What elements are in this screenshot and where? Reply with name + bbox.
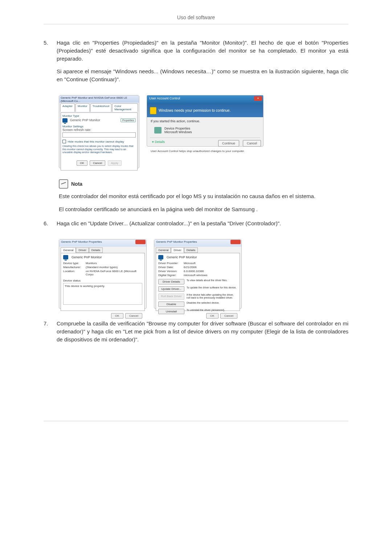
uac-dialog: User Account Control × Windows needs you… [147, 95, 264, 147]
update-driver-button[interactable]: Update Driver... [158, 286, 184, 292]
note-p1: Este controlador del monitor está certif… [59, 192, 348, 200]
step-5: 5. Haga clic en "Properties (Propiedades… [44, 39, 348, 89]
refresh-rate-dropdown[interactable] [62, 132, 136, 138]
screenshots-row-2: Generic PnP Monitor Properties General D… [59, 239, 348, 309]
rollback-driver-button: Roll Back Driver [158, 294, 184, 300]
note-icon [59, 179, 68, 189]
v-manufacturer: (Standard monitor types) [86, 266, 142, 269]
refresh-rate-label: Screen refresh rate: [62, 128, 136, 132]
shot3-title: Generic PnP Monitor Properties [61, 240, 102, 243]
tab-driver[interactable]: Driver [171, 247, 184, 253]
hide-modes-checkbox[interactable] [62, 140, 66, 143]
monitor-icon [158, 255, 163, 259]
cancel-button[interactable]: Cancel [125, 313, 142, 319]
k-device-type: Device type: [63, 262, 86, 265]
cancel-button[interactable]: Cancel [220, 313, 237, 319]
k-driver-version: Driver Version: [158, 270, 184, 273]
monitor-icon [62, 118, 68, 123]
ok-button[interactable]: OK [77, 160, 87, 166]
uac-banner-text: Windows needs your permission to continu… [159, 108, 230, 112]
k-manufacturer: Manufacturer: [63, 266, 86, 269]
k-location: Location: [63, 270, 86, 276]
tab-troubleshoot[interactable]: Troubleshoot [90, 103, 111, 112]
step-7-number: 7. [44, 320, 57, 348]
device-status-box: This device is working properly. [63, 283, 142, 305]
pnp-properties-general: Generic PnP Monitor Properties General D… [59, 239, 147, 309]
close-icon[interactable]: × [254, 96, 262, 101]
ok-button[interactable]: OK [111, 313, 123, 319]
close-icon[interactable] [230, 240, 241, 244]
note-label: Nota [71, 181, 82, 187]
shot4-device-name: Generic PnP Monitor [167, 255, 197, 259]
tab-general[interactable]: General [61, 247, 76, 253]
step-5-body: Haga clic en "Properties (Propiedades)" … [57, 39, 348, 89]
note-block: Nota Este controlador del monitor está c… [59, 179, 348, 213]
uac-titlebar: User Account Control × [147, 95, 263, 104]
rollback-driver-desc: If the device fails after updating the d… [187, 294, 237, 300]
k-driver-date: Driver Date: [158, 266, 184, 269]
page-header: Uso del software [44, 15, 348, 24]
pnp-properties-driver: Generic PnP Monitor Properties General D… [154, 239, 242, 309]
note-p2: El controlador certificado se anunciará … [59, 205, 348, 213]
cancel-button[interactable]: Cancel [90, 160, 105, 166]
step-6-p1: Haga clic en "Update Driver... (Actualiz… [57, 219, 348, 227]
monitor-icon [63, 255, 68, 259]
tab-adapter[interactable]: Adapter [60, 103, 75, 112]
tab-driver[interactable]: Driver [76, 247, 89, 253]
driver-details-desc: To view details about the driver files. [187, 279, 237, 284]
details-link[interactable]: ▾ Details [147, 140, 165, 144]
screenshots-row-1: Generic PnP Monitor and NVIDIA GeForce 6… [59, 95, 348, 168]
shield-icon [150, 107, 156, 114]
disable-desc: Disables the selected device. [187, 301, 237, 307]
uac-continue-button[interactable]: Continue [218, 140, 239, 147]
step-7-p1: Compruebe la casilla de verificación "Br… [57, 320, 348, 343]
update-driver-desc: To update the driver software for this d… [187, 286, 237, 292]
step-7-body: Compruebe la casilla de verificación "Br… [57, 320, 348, 348]
step-7: 7. Compruebe la casilla de verificación … [44, 320, 348, 348]
v-device-type: Monitors [86, 262, 142, 265]
monitor-name: Generic PnP Monitor [70, 118, 100, 122]
hide-modes-label: Hide modes that this monitor cannot disp… [68, 140, 124, 143]
app-icon [154, 127, 162, 134]
v-driver-version: 6.0.6000.16386 [184, 270, 237, 273]
monitor-settings-label: Monitor Settings [62, 125, 136, 128]
ok-button[interactable]: OK [206, 313, 219, 319]
v-digital-signer: microsoft windows [184, 274, 237, 277]
footer-divider [44, 421, 348, 421]
monitor-type-label: Monitor Type [62, 114, 136, 118]
disable-button[interactable]: Disable [158, 301, 184, 307]
v-location: on NVIDIA GeForce 6600 LE (Microsoft Cor… [86, 270, 142, 276]
apply-button: Apply [108, 160, 122, 166]
k-driver-provider: Driver Provider: [158, 262, 184, 265]
step-5-p1: Haga clic en "Properties (Propiedades)" … [57, 39, 348, 62]
k-digital-signer: Digital Signer: [158, 274, 184, 277]
uac-cancel-button[interactable]: Cancel [243, 140, 261, 147]
tab-color-management[interactable]: Color Management [112, 103, 138, 112]
shot1-titlebar: Generic PnP Monitor and NVIDIA GeForce 6… [59, 95, 139, 103]
v-driver-provider: Microsoft [184, 262, 237, 265]
uac-title-text: User Account Control [149, 97, 180, 100]
step-5-p2: Si aparece el mensaje "Windows needs... … [57, 67, 348, 83]
tab-general[interactable]: General [156, 247, 171, 253]
shot3-device-name: Generic PnP Monitor [72, 255, 102, 259]
uac-app-name: Device Properties [164, 127, 192, 130]
properties-button[interactable]: Properties [121, 118, 136, 122]
driver-details-button[interactable]: Driver Details [158, 279, 184, 284]
uac-message: If you started this action, continue. [147, 117, 263, 125]
uac-app-publisher: Microsoft Windows [164, 130, 192, 134]
uninstall-button[interactable]: Uninstall [158, 309, 184, 314]
close-icon[interactable] [135, 240, 146, 244]
step-5-number: 5. [44, 39, 57, 89]
v-driver-date: 6/21/2006 [184, 266, 237, 269]
device-status-label: Device status [63, 279, 142, 282]
shot4-title: Generic PnP Monitor Properties [156, 240, 197, 243]
step-6: 6. Haga clic en "Update Driver... (Actua… [44, 219, 348, 233]
step-6-number: 6. [44, 219, 57, 233]
tab-details[interactable]: Details [184, 247, 198, 253]
step-6-body: Haga clic en "Update Driver... (Actualiz… [57, 219, 348, 233]
tab-details[interactable]: Details [89, 247, 103, 253]
monitor-properties-dialog: Generic PnP Monitor and NVIDIA GeForce 6… [59, 95, 139, 168]
uac-footer-text: User Account Control helps stop unauthor… [147, 147, 263, 154]
tab-monitor[interactable]: Monitor [75, 103, 90, 112]
hide-modes-description: Clearing this check box allows you to se… [62, 145, 136, 154]
